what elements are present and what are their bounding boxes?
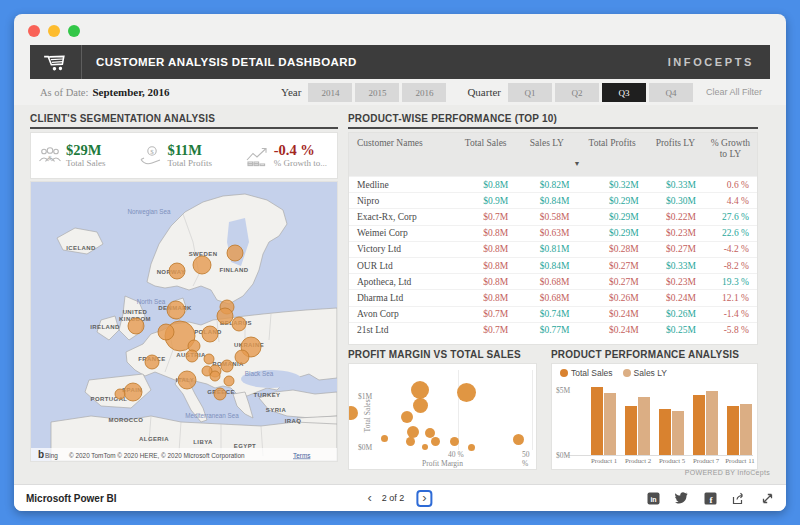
scatter-bubble[interactable]	[431, 437, 440, 446]
clear-all-filter-button[interactable]: Clear All Filter	[706, 87, 762, 97]
scatter-bubble[interactable]	[348, 406, 358, 420]
year-button-2016[interactable]: 2016	[402, 83, 446, 102]
cell-value: $0.8M	[455, 177, 516, 193]
country-label: FINLAND	[219, 267, 248, 273]
scatter-bubble[interactable]	[413, 398, 428, 413]
column-header[interactable]: Customer Names	[349, 133, 455, 177]
bar-sales-ly[interactable]	[638, 397, 650, 455]
quarter-button-q2[interactable]: Q2	[555, 83, 599, 102]
map-bubble[interactable]	[193, 256, 211, 274]
column-header[interactable]: % Growth to LY	[704, 133, 757, 177]
map-bubble[interactable]	[221, 360, 233, 372]
map-bubble[interactable]	[224, 376, 234, 386]
fullscreen-icon[interactable]	[761, 492, 774, 505]
map-bubble[interactable]	[124, 383, 142, 401]
legend-item[interactable]: Sales LY	[623, 368, 667, 378]
bar-total-sales[interactable]	[659, 409, 671, 455]
cell-value: $0.68M	[516, 274, 577, 290]
share-icon[interactable]	[732, 492, 746, 505]
scatter-bubble[interactable]	[513, 434, 524, 445]
map-bubble[interactable]	[115, 389, 125, 399]
close-window-button[interactable]	[28, 25, 40, 37]
map-bubble[interactable]	[202, 326, 218, 342]
bing-label[interactable]: Bing	[45, 452, 58, 460]
scatter-bubble[interactable]	[407, 426, 419, 438]
map-bubble[interactable]	[235, 350, 249, 364]
map-bubble[interactable]	[158, 324, 174, 340]
linkedin-icon[interactable]: in	[647, 492, 660, 505]
scatter-gridline	[532, 370, 533, 450]
customer-name: Dharma Ltd	[349, 290, 455, 306]
map-bubble[interactable]	[227, 245, 243, 261]
column-header[interactable]: Profits LY	[647, 133, 704, 177]
infocepts-logo: INFOCEPTS	[668, 56, 754, 68]
map-bubble[interactable]	[169, 263, 185, 279]
bar-chart-axis	[566, 455, 753, 456]
scatter-bubble[interactable]	[401, 411, 413, 423]
sea-label: Norwegian Sea	[127, 208, 171, 216]
bing-logo[interactable]: b	[38, 449, 44, 460]
country-label: MOROCCO	[109, 417, 144, 423]
table-row[interactable]: Victory Ltd$0.8M$0.81M$0.28M$0.27M-4.2 %	[349, 241, 757, 257]
scatter-bubble[interactable]	[450, 437, 459, 446]
scatter-bubble[interactable]	[468, 444, 475, 451]
minimize-window-button[interactable]	[48, 25, 60, 37]
table-row[interactable]: Medline$0.8M$0.82M$0.32M$0.33M0.6 %	[349, 177, 757, 193]
map-bubble[interactable]	[128, 318, 144, 334]
scatter-bubble[interactable]	[381, 435, 388, 442]
scatter-y-tick: $1M	[358, 392, 372, 401]
scatter-bubble[interactable]	[422, 444, 428, 450]
cell-value: $0.7M	[455, 306, 516, 322]
column-header[interactable]: Sales LY	[516, 133, 577, 177]
map-bubble[interactable]	[210, 371, 220, 381]
bar-total-sales[interactable]	[591, 387, 603, 455]
map-bubble[interactable]	[167, 301, 185, 319]
table-row[interactable]: Avon Corp$0.7M$0.74M$0.24M$0.26M-1.4 %	[349, 306, 757, 322]
year-button-2014[interactable]: 2014	[308, 83, 352, 102]
bar-sales-ly[interactable]	[672, 411, 684, 455]
bar-total-sales[interactable]	[727, 406, 739, 455]
cell-value: 19.3 %	[704, 274, 757, 290]
column-header[interactable]: Total Sales	[455, 133, 516, 177]
next-page-button[interactable]: ›	[422, 491, 426, 505]
year-filter-label: Year	[281, 86, 301, 98]
customer-name: 21st Ltd	[349, 322, 455, 338]
map-terms-link[interactable]: Terms	[293, 452, 310, 459]
zoom-window-button[interactable]	[68, 25, 80, 37]
quarter-button-q1[interactable]: Q1	[508, 83, 552, 102]
sort-descending-icon[interactable]: ▼	[573, 160, 580, 167]
table-row[interactable]: 21st Ltd$0.7M$0.77M$0.24M$0.25M-5.8 %	[349, 322, 757, 338]
country-label: ALGERIA	[139, 436, 169, 442]
table-row[interactable]: Nipro$0.9M$0.84M$0.29M$0.30M4.4 %	[349, 193, 757, 209]
bar-sales-ly[interactable]	[706, 391, 718, 455]
map-bubble[interactable]	[214, 388, 226, 400]
map-bubble[interactable]	[178, 371, 196, 389]
scatter-bubble[interactable]	[411, 381, 429, 399]
table-row[interactable]: Dharma Ltd$0.8M$0.68M$0.26M$0.24M12.1 %	[349, 290, 757, 306]
quarter-button-q4[interactable]: Q4	[649, 83, 693, 102]
bar-sales-ly[interactable]	[604, 393, 616, 455]
map-bubble[interactable]	[232, 317, 246, 331]
facebook-icon[interactable]: f	[704, 492, 717, 505]
twitter-icon[interactable]	[675, 492, 689, 504]
bar-sales-ly[interactable]	[740, 404, 752, 455]
legend-item[interactable]: Total Sales	[560, 368, 613, 378]
table-row[interactable]: Exact-Rx, Corp$0.7M$0.58M$0.29M$0.22M27.…	[349, 209, 757, 225]
europe-bubble-map[interactable]: Norwegian SeaNorth SeaBlack SeaMediterra…	[30, 181, 338, 462]
map-bubble[interactable]	[204, 354, 214, 364]
table-row[interactable]: OUR Ltd$0.8M$0.84M$0.27M$0.33M-8.2 %	[349, 257, 757, 273]
bar-total-sales[interactable]	[625, 406, 637, 455]
previous-page-button[interactable]: ‹	[367, 491, 371, 505]
year-button-2015[interactable]: 2015	[355, 83, 399, 102]
quarter-button-q3[interactable]: Q3	[602, 83, 646, 102]
column-header[interactable]: Total Profits	[577, 133, 646, 177]
cell-value: $0.84M	[516, 257, 577, 273]
map-bubble[interactable]	[217, 308, 233, 324]
table-row[interactable]: Apotheca, Ltd$0.8M$0.68M$0.27M$0.23M19.3…	[349, 274, 757, 290]
table-row[interactable]: Weimei Corp$0.8M$0.63M$0.29M$0.23M22.6 %	[349, 225, 757, 241]
bar-total-sales[interactable]	[693, 395, 705, 455]
scatter-bubble[interactable]	[457, 383, 476, 402]
map-bubble[interactable]	[145, 355, 159, 369]
map-bubble[interactable]	[186, 350, 198, 362]
quarter-filter-group: Q1Q2Q3Q4	[508, 82, 696, 103]
